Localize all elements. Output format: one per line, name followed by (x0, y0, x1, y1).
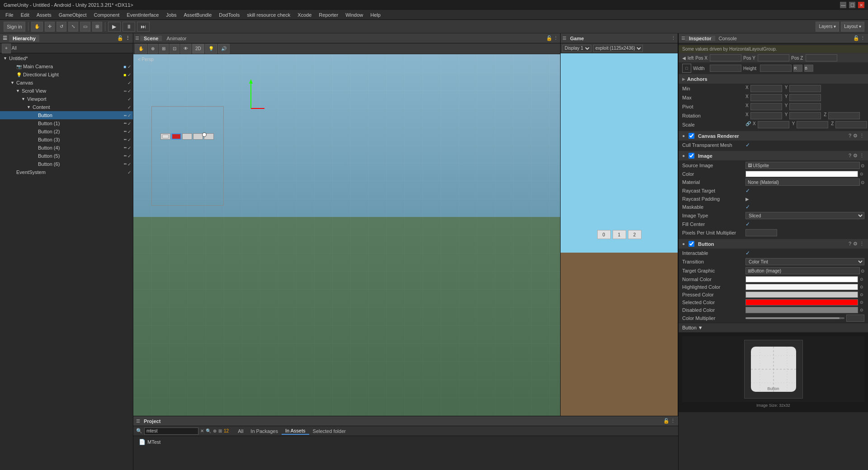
scale-x-input[interactable]: 1 (758, 121, 789, 128)
image-type-select[interactable]: Sliced (745, 212, 864, 219)
pressed-color-edit[interactable]: ⊙ (859, 292, 864, 297)
search-input[interactable] (144, 428, 198, 435)
pos-z-input[interactable]: 0 (806, 54, 837, 61)
color-swatch[interactable] (745, 171, 858, 177)
menu-xcode[interactable]: Xcode (294, 11, 315, 19)
pressed-color-swatch[interactable] (745, 291, 858, 298)
project-title[interactable]: Project (142, 418, 162, 424)
scene-btn-2d[interactable]: 2D (192, 44, 204, 54)
transition-select[interactable]: Color Tint (745, 258, 864, 265)
material-picker-icon[interactable]: ⊙ (861, 180, 864, 185)
menu-assetbundle[interactable]: AssetBundle (180, 11, 216, 19)
image-section-header[interactable]: ● Image ? ⚙ ⋮ (679, 151, 868, 161)
menu-file[interactable]: File (2, 11, 17, 19)
scene-tools-move[interactable]: ✛ (45, 22, 55, 32)
disabled-color-swatch[interactable] (745, 307, 858, 313)
tree-item-scrollview[interactable]: ▼ Scroll View ▪▪ ✓ (0, 87, 133, 95)
signin-button[interactable]: Sign in (4, 22, 25, 32)
game-tab-label[interactable]: Game (567, 36, 587, 41)
scene-btn-snap[interactable]: ⊡ (170, 44, 179, 54)
tree-item-untitled[interactable]: ▼ Untitled* (0, 54, 133, 62)
source-image-field[interactable]: 🖼 UISprite (745, 162, 860, 169)
canvas-renderer-settings-icon[interactable]: ⚙ (853, 133, 858, 139)
tree-item-eventsystem[interactable]: EventSystem ✓ (0, 168, 133, 176)
image-settings-icon[interactable]: ⚙ (853, 153, 858, 159)
height-input[interactable]: 100 (760, 65, 792, 72)
tree-item-button1[interactable]: Button (1) ▪▪✓ (0, 119, 133, 127)
target-graphic-picker-icon[interactable]: ⊙ (861, 268, 864, 273)
scene-move-handle[interactable] (202, 132, 207, 137)
scale-y-input[interactable]: 1 (797, 121, 828, 128)
raycast-padding-arrow[interactable]: ▶ (745, 197, 749, 202)
step-button[interactable]: ⏭ (137, 22, 150, 32)
scene-btn-grid[interactable]: ⊞ (159, 44, 169, 54)
anchors-section-header[interactable]: ▶ Anchors (679, 74, 868, 84)
menu-assets[interactable]: Assets (33, 11, 55, 19)
tree-item-button5[interactable]: Button (5) ▪▪✓ (0, 152, 133, 160)
tree-item-maincamera[interactable]: 📷 Main Camera ■ ✓ (0, 62, 133, 70)
min-x-input[interactable]: 0 (750, 85, 782, 92)
scene-tab[interactable]: Scene (140, 36, 162, 41)
scene-btn-audio[interactable]: 🔊 (218, 44, 230, 54)
max-x-input[interactable]: 0 (750, 94, 782, 101)
min-y-input[interactable]: 1 (789, 85, 821, 92)
material-field[interactable]: None (Material) (745, 179, 860, 186)
menu-component[interactable]: Component (90, 11, 123, 19)
menu-window[interactable]: Window (342, 11, 367, 19)
minimize-button[interactable]: — (840, 2, 846, 8)
console-tab[interactable]: Console (715, 36, 741, 41)
rect-btn-2[interactable]: B (804, 65, 813, 72)
width-input[interactable]: 100 (710, 65, 741, 72)
tree-item-button6[interactable]: Button (6) ▪▪✓ (0, 160, 133, 168)
project-item-mtest[interactable]: 📄 MTest (137, 438, 675, 446)
tree-item-button2[interactable]: Button (2) ▪▪✓ (0, 127, 133, 136)
close-button[interactable]: ✕ (858, 2, 864, 8)
menu-gameobject[interactable]: GameObject (55, 11, 90, 19)
rot-y-input[interactable]: 0 (789, 112, 821, 119)
scene-btn-hand[interactable]: ✋ (135, 44, 147, 54)
canvas-renderer-enabled-checkbox[interactable] (689, 133, 694, 139)
canvas-renderer-help-icon[interactable]: ? (849, 133, 851, 139)
game-more-icon[interactable]: ⋮ (671, 35, 676, 41)
scene-btn-global[interactable]: ⊕ (148, 44, 158, 54)
tab-all[interactable]: All (234, 428, 247, 435)
image-help-icon[interactable]: ? (849, 153, 851, 159)
project-lock-icon[interactable]: 🔓 (663, 418, 670, 424)
scene-tools-all[interactable]: ⊞ (92, 22, 102, 32)
color-multiplier-input[interactable]: 1 (846, 315, 864, 322)
animator-tab[interactable]: Animator (163, 36, 190, 41)
max-y-input[interactable]: 1 (789, 94, 821, 101)
pos-y-input[interactable]: -50 (758, 54, 789, 61)
game-display-select[interactable]: Display 1 (562, 45, 591, 52)
tree-item-canvas[interactable]: ▼ Canvas ✓ (0, 79, 133, 87)
tree-item-button[interactable]: Button ▪▪ ✓ (0, 111, 133, 119)
tree-item-dirlight[interactable]: 💡 Directional Light ■ ✓ (0, 70, 133, 79)
game-resolution-select[interactable]: exploit (1125x2436) (593, 45, 643, 52)
button-nav-label[interactable]: Button ▼ (682, 325, 703, 330)
menu-skill[interactable]: skill resource check (243, 11, 294, 19)
pixels-per-unit-input[interactable]: 1 (745, 229, 777, 236)
menu-jobs[interactable]: Jobs (162, 11, 180, 19)
maximize-button[interactable]: ☐ (849, 2, 855, 8)
clear-search-icon[interactable]: ✕ (200, 428, 204, 433)
menu-dodtools[interactable]: DodTools (215, 11, 243, 19)
normal-color-swatch[interactable] (745, 276, 858, 282)
scene-tools-scale[interactable]: ⤡ (68, 22, 78, 32)
button-help-icon[interactable]: ? (849, 241, 851, 247)
play-button[interactable]: ▶ (108, 22, 121, 32)
tree-item-viewport[interactable]: ▼ Viewport ✓ (0, 95, 133, 103)
button-section-header[interactable]: ● Button ? ⚙ ⋮ (679, 239, 868, 249)
canvas-renderer-header[interactable]: ● Canvas Renderer ? ⚙ ⋮ (679, 131, 868, 141)
tree-item-content[interactable]: ▼ Content ✓ (0, 103, 133, 111)
selected-color-edit[interactable]: ⊙ (859, 300, 864, 305)
tree-item-button4[interactable]: Button (4) ▪▪✓ (0, 144, 133, 152)
highlighted-color-edit[interactable]: ⊙ (859, 284, 864, 290)
pivot-y-input[interactable]: 0.5 (789, 103, 821, 110)
button-enabled-checkbox[interactable] (689, 241, 694, 247)
tree-item-button3[interactable]: Button (3) ▪▪✓ (0, 136, 133, 144)
tab-in-packages[interactable]: In Packages (247, 428, 282, 435)
menu-reporter[interactable]: Reporter (315, 11, 342, 19)
highlighted-color-swatch[interactable] (745, 284, 858, 290)
layout-button[interactable]: Layout ▾ (841, 22, 864, 32)
pos-x-input[interactable]: 50 (710, 54, 741, 61)
